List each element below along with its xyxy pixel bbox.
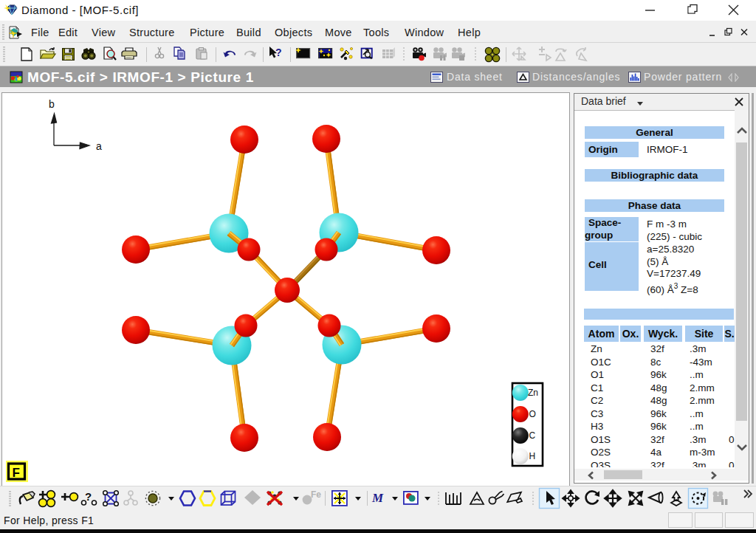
svg-text:O: O [529, 409, 536, 419]
svg-text:F: F [13, 466, 20, 480]
svg-text:C: C [529, 430, 536, 441]
svg-text:a: a [96, 140, 102, 152]
svg-text:?: ? [85, 490, 92, 503]
svg-text:Fe: Fe [311, 489, 321, 500]
svg-text:Zn: Zn [528, 388, 538, 398]
svg-text:M: M [371, 491, 384, 505]
svg-text:H: H [529, 451, 536, 461]
svg-text:?: ? [275, 47, 282, 58]
svg-text:b: b [49, 98, 55, 110]
